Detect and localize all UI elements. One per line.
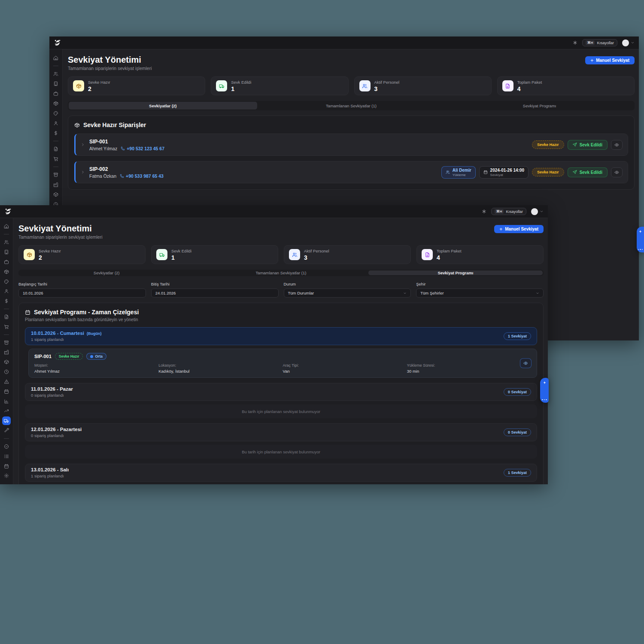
sidebar-item-clock[interactable] — [0, 367, 13, 377]
empty-day-message: Bu tarih için planlanan sevkiyat bulunmu… — [25, 445, 537, 459]
sidebar-item-dollar[interactable] — [0, 296, 13, 306]
tab-sevkiyat-programi[interactable]: Sevkiyat Programı — [445, 102, 634, 109]
city-select[interactable]: Tüm Şehirler — [416, 289, 544, 298]
building-icon — [4, 249, 9, 255]
app-logo-icon — [4, 208, 12, 215]
assignee-name: Ali Demir — [453, 168, 471, 173]
assignee-role: Yükleme — [453, 173, 466, 177]
sidebar-item-briefcase[interactable] — [0, 257, 13, 267]
day-date: 12.01.2026 - Pazartesi — [31, 427, 82, 432]
sidebar-item-cart[interactable] — [0, 322, 13, 331]
day-plan-count: 0 sipariş planlandı — [31, 393, 73, 398]
view-button[interactable] — [611, 140, 623, 150]
status-select[interactable]: Tüm Durumlar — [284, 289, 411, 298]
sidebar-item-tasks[interactable] — [0, 451, 13, 461]
ship-button[interactable]: Sevk Edildi — [568, 140, 608, 150]
sidebar-item-briefcase[interactable] — [49, 88, 62, 98]
order-id: SIP-001 — [89, 139, 164, 145]
start-date-input[interactable]: 10.01.2026 — [18, 289, 146, 298]
sidebar-item-factory[interactable] — [49, 179, 62, 189]
view-button[interactable] — [520, 358, 532, 368]
shortcuts-button[interactable]: ⌘H Kısayollar — [491, 208, 526, 215]
sidebar-item-users[interactable] — [0, 237, 13, 247]
shipment-datetime: 2024-01-26 14:00 — [490, 168, 525, 173]
sidebar-item-cart[interactable] — [49, 154, 62, 164]
tab-tamamlanan-sevkiyatlar[interactable]: Tamamlanan Sevkiyatlar (1) — [194, 270, 368, 275]
sidebar-item-factory[interactable] — [0, 347, 13, 357]
sidebar-item-archive[interactable] — [49, 170, 62, 179]
page-title: Sevkiyat Yönetimi — [18, 224, 102, 233]
chevron-right-icon[interactable] — [81, 143, 85, 147]
sidebar-item-wrench[interactable] — [0, 426, 13, 436]
order-row-sip-002[interactable]: SIP-002 Fatma Özkan +90 533 987 65 43 — [74, 161, 628, 183]
shortcut-kbd: ⌘H — [586, 40, 595, 45]
sidebar-item-calendar[interactable] — [0, 386, 13, 396]
tab-tamamlanan-sevkiyatlar[interactable]: Tamamlanan Sevkiyatlar (1) — [257, 102, 446, 109]
sidebar-item-dollar[interactable] — [49, 128, 62, 138]
plus-icon: + — [499, 226, 502, 232]
tab-sevkiyatlar[interactable]: Sevkiyatlar (2) — [69, 102, 257, 109]
sidebar-item-file[interactable] — [49, 144, 62, 154]
sidebar-item-palette[interactable] — [49, 108, 62, 118]
sidebar-item-file[interactable] — [0, 312, 13, 322]
phone-link[interactable]: +90 533 987 65 43 — [120, 173, 164, 179]
stat-card-personnel: Aktif Personel3 — [354, 76, 492, 95]
sidebar-item-contact[interactable] — [0, 286, 13, 296]
order-row-sip-001[interactable]: SIP-001 Ahmet Yılmaz +90 532 123 45 67 S… — [74, 134, 628, 156]
sidebar-item-package[interactable] — [49, 98, 62, 108]
manual-shipment-button[interactable]: + Manuel Sevkiyat — [585, 56, 635, 64]
sidebar-item-settings[interactable] — [0, 471, 13, 481]
user-menu[interactable] — [531, 208, 544, 215]
sidebar-item-trend[interactable] — [0, 406, 13, 416]
sidebar-item-truck[interactable] — [0, 416, 13, 426]
sidebar-item-package[interactable] — [0, 267, 13, 276]
snowflake-icon[interactable] — [482, 209, 486, 214]
fab-dots — [542, 399, 547, 401]
avatar — [622, 39, 629, 46]
users-icon — [53, 71, 58, 76]
sidebar-item-chart[interactable] — [0, 396, 13, 406]
sidebar-item-box[interactable] — [0, 357, 13, 367]
snowflake-icon[interactable] — [573, 40, 577, 45]
stat-label: Sevke Hazır — [88, 80, 110, 85]
phone-icon — [121, 146, 125, 151]
assistant-fab[interactable] — [637, 227, 644, 252]
avatar — [531, 208, 538, 215]
shortcuts-label: Kısayollar — [506, 210, 523, 214]
sidebar-item-check[interactable] — [0, 442, 13, 452]
sidebar-item-home[interactable] — [0, 222, 13, 231]
users-icon — [4, 240, 9, 245]
stat-value: 4 — [517, 85, 542, 92]
phone-link[interactable]: +90 532 123 45 67 — [121, 146, 164, 151]
sidebar-item-building[interactable] — [0, 247, 13, 257]
palette-icon — [4, 279, 9, 284]
assistant-fab[interactable] — [540, 378, 549, 403]
sidebar-item-calendar[interactable] — [0, 461, 13, 471]
view-button[interactable] — [611, 167, 623, 177]
sidebar-item-box[interactable] — [49, 189, 62, 199]
sidebar-item-palette[interactable] — [0, 276, 13, 286]
shortcuts-button[interactable]: ⌘H Kısayollar — [582, 39, 617, 46]
end-date-input[interactable]: 24.01.2026 — [151, 289, 279, 298]
manual-shipment-button[interactable]: + Manuel Sevkiyat — [494, 225, 544, 233]
sidebar-item-home[interactable] — [49, 53, 62, 63]
sidebar-item-users[interactable] — [49, 69, 62, 79]
tab-sevkiyatlar[interactable]: Sevkiyatlar (2) — [19, 270, 194, 275]
stats-row: Sevke Hazır2 Sevk Edildi1 Aktif Personel… — [68, 76, 635, 95]
page-subtitle: Tamamlanan siparişlerin sevkiyat işlemle… — [18, 234, 102, 240]
sidebar-item-building[interactable] — [49, 79, 62, 88]
day-row: 11.01.2026 - Pazar 0 sipariş planlandı 0… — [25, 383, 537, 401]
tab-sevkiyat-programi[interactable]: Sevkiyat Programı — [368, 270, 543, 275]
archive-icon — [4, 340, 9, 345]
shipment-count-badge: 0 Sevkiyat — [504, 388, 531, 396]
sidebar-item-archive[interactable] — [0, 337, 13, 347]
ship-button[interactable]: Sevk Edildi — [568, 167, 608, 177]
user-menu[interactable] — [622, 39, 635, 46]
sidebar-item-alert[interactable] — [0, 377, 13, 387]
sidebar-divider — [49, 164, 62, 170]
field-label: Lokasyon: — [158, 363, 283, 368]
stat-label: Aktif Personel — [374, 80, 400, 85]
sidebar-item-contact[interactable] — [49, 118, 62, 128]
end-date-value: 24.01.2026 — [155, 291, 176, 295]
chevron-right-icon[interactable] — [81, 170, 85, 174]
